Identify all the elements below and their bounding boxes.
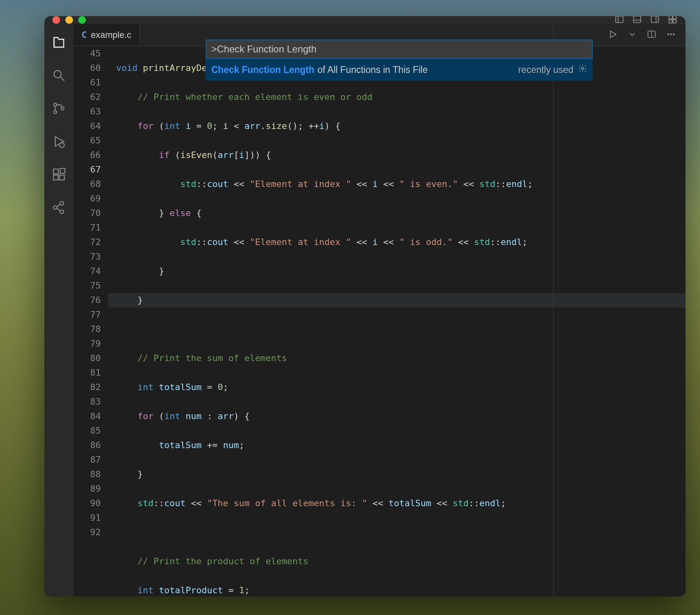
- svg-line-11: [61, 77, 65, 81]
- command-palette: >Check Function Length Check Function Le…: [206, 39, 593, 81]
- svg-rect-9: [673, 20, 676, 23]
- svg-point-13: [54, 110, 57, 114]
- maximize-window-button[interactable]: [78, 16, 86, 24]
- explorer-icon[interactable]: [52, 35, 66, 51]
- svg-rect-4: [651, 16, 658, 23]
- svg-rect-7: [673, 16, 676, 19]
- svg-point-21: [54, 206, 57, 210]
- svg-rect-6: [669, 16, 672, 19]
- editor-area: C example.c 4560616263646566676869707172…: [73, 24, 685, 596]
- svg-point-12: [54, 103, 57, 106]
- command-palette-result[interactable]: Check Function Length of All Functions i…: [206, 59, 593, 81]
- titlebar: [44, 16, 685, 24]
- editor-actions: [608, 29, 681, 41]
- liveshare-activity-icon[interactable]: [52, 200, 66, 216]
- svg-rect-0: [616, 16, 623, 23]
- extensions-icon[interactable]: [52, 167, 66, 183]
- svg-point-34: [581, 67, 584, 70]
- minimize-window-button[interactable]: [65, 16, 73, 24]
- svg-point-14: [61, 107, 64, 110]
- run-debug-icon[interactable]: [52, 134, 66, 150]
- search-activity-icon[interactable]: [52, 68, 66, 84]
- svg-rect-8: [669, 20, 672, 23]
- svg-rect-2: [633, 16, 641, 23]
- more-actions-icon[interactable]: [666, 29, 676, 41]
- svg-line-24: [57, 208, 60, 212]
- source-control-icon[interactable]: [52, 101, 66, 117]
- svg-rect-19: [60, 168, 65, 173]
- svg-point-15: [60, 143, 65, 148]
- line-gutter: 4560616263646566676869707172737475767778…: [73, 46, 108, 596]
- svg-point-31: [673, 33, 675, 35]
- tab-label: example.c: [91, 30, 131, 40]
- code-lines: void printArrayDetails(const std::vector…: [108, 46, 685, 596]
- tab-example-c[interactable]: C example.c: [73, 24, 140, 46]
- close-window-button[interactable]: [52, 16, 60, 24]
- recently-used-label: recently used: [518, 64, 573, 75]
- svg-line-23: [57, 204, 60, 207]
- svg-rect-16: [54, 169, 58, 174]
- svg-point-30: [671, 33, 672, 35]
- code-editor[interactable]: 4560616263646566676869707172737475767778…: [73, 46, 685, 596]
- configure-keybinding-icon[interactable]: [578, 64, 587, 75]
- svg-point-20: [60, 202, 64, 205]
- c-file-icon: C: [81, 30, 87, 40]
- svg-rect-18: [60, 175, 65, 180]
- svg-point-29: [668, 33, 669, 35]
- window-controls: [52, 16, 86, 24]
- command-palette-input[interactable]: >Check Function Length: [206, 39, 593, 59]
- activity-bar: [44, 24, 73, 596]
- svg-point-10: [54, 71, 61, 78]
- svg-rect-17: [54, 175, 58, 180]
- ruler: [553, 46, 554, 596]
- vscode-window: C example.c 4560616263646566676869707172…: [44, 16, 685, 596]
- split-editor-icon[interactable]: [647, 29, 656, 41]
- debug-dropdown-icon[interactable]: [627, 29, 637, 41]
- svg-point-22: [60, 210, 64, 214]
- run-button-icon[interactable]: [608, 29, 618, 41]
